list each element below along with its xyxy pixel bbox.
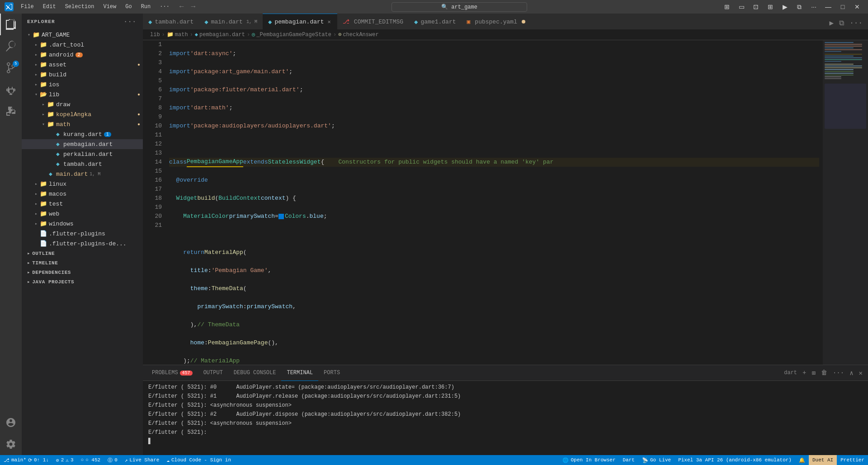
- menu-run[interactable]: Run: [137, 3, 155, 11]
- tab-output[interactable]: OUTPUT: [198, 365, 228, 381]
- tab-debug-console[interactable]: DEBUG CONSOLE: [228, 365, 282, 381]
- tree-item-label: kurang.dart: [63, 131, 102, 138]
- layout-btn-1[interactable]: ⊞: [721, 2, 733, 12]
- status-cloud-code[interactable]: ☁ Cloud Code - Sign in: [163, 455, 235, 465]
- menu-file[interactable]: File: [17, 3, 38, 11]
- global-search-box[interactable]: 🔍 art_game: [392, 2, 527, 12]
- status-no-lint[interactable]: ⓪ 0: [104, 455, 121, 465]
- split-editor-btn[interactable]: ⧉: [793, 2, 806, 12]
- sidebar: EXPLORER ··· ▾ 📁 ART_GAME ▸ 📁 .dart_tool…: [22, 14, 143, 455]
- sidebar-item-build[interactable]: ▸ 📁 build: [22, 70, 143, 80]
- split-editor-btn[interactable]: ⧉: [837, 17, 846, 29]
- status-language[interactable]: Dart: [619, 455, 638, 465]
- activity-search[interactable]: [0, 35, 22, 57]
- status-duet[interactable]: Duet AI: [809, 455, 837, 465]
- activity-source-control[interactable]: 5: [0, 57, 22, 79]
- status-open-browser[interactable]: 🌐 Open In Browser: [559, 455, 619, 465]
- sidebar-item-ios[interactable]: ▸ 📁 ios: [22, 80, 143, 89]
- layout-btn-3[interactable]: ⊡: [750, 2, 762, 12]
- tab-tambah-dart[interactable]: ◆ tambah.dart: [143, 14, 199, 29]
- menu-edit[interactable]: Edit: [39, 3, 60, 11]
- tab-pembagian-dart[interactable]: ◆ pembagian.dart ✕: [263, 14, 337, 29]
- sidebar-item-asset[interactable]: ▸ 📁 asset ●: [22, 60, 143, 70]
- status-errors[interactable]: ⊘ 2 ⚠ 3: [52, 455, 77, 465]
- outline-section[interactable]: ▸ OUTLINE: [22, 249, 143, 258]
- run-file-btn[interactable]: ▶: [828, 17, 836, 29]
- tab-close-btn[interactable]: ✕: [327, 18, 332, 26]
- breadcrumb-pembagian[interactable]: ◆pembagian.dart: [195, 31, 245, 38]
- menu-view[interactable]: View: [99, 3, 120, 11]
- activity-account[interactable]: [0, 412, 22, 433]
- dependencies-section[interactable]: ▸ DEPENDENCIES: [22, 268, 143, 277]
- sidebar-item-linux[interactable]: ▸ 📁 linux: [22, 179, 143, 189]
- tab-pubspec-yaml[interactable]: ▣ pubspec.yaml: [462, 14, 531, 29]
- menu-selection[interactable]: Selection: [61, 3, 98, 11]
- status-device[interactable]: Pixel 3a API 26 (android-x86 emulator): [675, 455, 795, 465]
- sidebar-item-test[interactable]: ▸ 📁 test: [22, 199, 143, 209]
- menu-go[interactable]: Go: [122, 3, 135, 11]
- sidebar-item-dart-tool[interactable]: ▸ 📁 .dart_tool: [22, 40, 143, 50]
- terminal-line-3: E/flutter ( 5321): <asynchronous suspens…: [148, 401, 863, 410]
- menu-more[interactable]: ···: [156, 3, 173, 11]
- timeline-section[interactable]: ▸ TIMELINE: [22, 258, 143, 268]
- activity-settings[interactable]: [0, 433, 22, 455]
- more-actions-btn[interactable]: ···: [848, 17, 864, 29]
- activity-extensions[interactable]: [0, 100, 22, 122]
- vscode-logo: [5, 2, 14, 11]
- tab-main-dart[interactable]: ◆ main.dart 1, M: [199, 14, 263, 29]
- tree-root-artgame[interactable]: ▾ 📁 ART_GAME: [22, 30, 143, 40]
- sidebar-item-windows[interactable]: ▸ 📁 windows: [22, 219, 143, 229]
- sidebar-item-tambah-dart[interactable]: ▸ ◆ tambah.dart: [22, 159, 143, 169]
- sidebar-item-pembagian-dart[interactable]: ▸ ◆ pembagian.dart: [22, 139, 143, 149]
- sidebar-item-macos[interactable]: ▸ 📁 macos: [22, 189, 143, 199]
- status-go-live[interactable]: 📡 Go Live: [638, 455, 675, 465]
- sidebar-item-lib[interactable]: ▾ 📂 lib ●: [22, 89, 143, 99]
- panel-close-btn[interactable]: ✕: [857, 367, 864, 379]
- sidebar-more-actions[interactable]: ···: [123, 17, 137, 26]
- status-branch[interactable]: ⎇ main* ⟳ 0↑ 1↓: [0, 455, 52, 465]
- tab-problems[interactable]: PROBLEMS 457: [146, 365, 198, 381]
- sidebar-item-android[interactable]: ▸ 📁 android 2: [22, 50, 143, 60]
- layout-btn-4[interactable]: ⊞: [764, 2, 777, 12]
- maximize-btn[interactable]: □: [836, 2, 849, 12]
- status-info[interactable]: ○ ○ 452: [77, 455, 104, 465]
- minimize-btn[interactable]: —: [822, 2, 835, 12]
- new-terminal-btn[interactable]: +: [801, 367, 808, 378]
- sidebar-item-flutter-plugins-de[interactable]: ▸ 📄 .flutter-plugins-de...: [22, 239, 143, 249]
- sidebar-item-perkalian-dart[interactable]: ▸ ◆ perkalian.dart: [22, 149, 143, 159]
- sidebar-item-kopelangka[interactable]: ▸ 📁 kopelAngka ●: [22, 109, 143, 119]
- activity-run-debug[interactable]: [0, 79, 22, 100]
- breadcrumb-method[interactable]: ⊙checkAnswer: [338, 31, 378, 38]
- panel-content[interactable]: E/flutter ( 5321): #0 AudioPlayer.state=…: [143, 381, 868, 455]
- layout-btn-2[interactable]: ▭: [735, 2, 748, 12]
- sidebar-item-flutter-plugins[interactable]: ▸ 📄 .flutter-plugins: [22, 229, 143, 239]
- close-btn[interactable]: ✕: [851, 2, 863, 12]
- status-prettier[interactable]: Prettier: [837, 455, 868, 465]
- kill-terminal-btn[interactable]: 🗑: [819, 367, 829, 378]
- panel-maximize-btn[interactable]: ∧: [848, 367, 855, 379]
- tab-game1-dart[interactable]: ◆ game1.dart: [409, 14, 461, 29]
- breadcrumb-math[interactable]: 📁math: [167, 31, 188, 38]
- sidebar-item-kurang-dart[interactable]: ▸ ◆ kurang.dart 1: [22, 129, 143, 139]
- tab-commit-editmsg[interactable]: ⎇ COMMIT_EDITMSG: [337, 14, 409, 29]
- tab-ports[interactable]: PORTS: [318, 365, 345, 381]
- more-actions-btn[interactable]: ···: [807, 2, 820, 12]
- run-btn[interactable]: ▶: [778, 2, 791, 12]
- nav-back[interactable]: ←: [177, 2, 187, 12]
- breadcrumb-lib[interactable]: lib: [150, 32, 160, 38]
- sidebar-item-draw[interactable]: ▸ 📁 draw: [22, 99, 143, 109]
- panel-more-btn[interactable]: ···: [831, 367, 846, 378]
- sidebar-item-web[interactable]: ▸ 📁 web: [22, 209, 143, 219]
- sidebar-item-math[interactable]: ▾ 📁 math ●: [22, 119, 143, 129]
- code-editor[interactable]: 12345 678910 1112131415 1617181920 21 im…: [143, 40, 823, 365]
- status-live-share[interactable]: ↗ Live Share: [121, 455, 163, 465]
- nav-forward[interactable]: →: [188, 2, 198, 12]
- split-terminal-btn[interactable]: ⊞: [810, 367, 817, 379]
- breadcrumb-state[interactable]: ◎_PembagianGamePageState: [252, 31, 331, 38]
- sidebar-item-main-dart[interactable]: ▸ ◆ main.dart 1, M: [22, 169, 143, 179]
- sidebar-header-actions: ···: [123, 17, 137, 26]
- tab-terminal[interactable]: TERMINAL: [281, 365, 318, 381]
- java-projects-section[interactable]: ▸ JAVA PROJECTS: [22, 277, 143, 287]
- activity-explorer[interactable]: [0, 14, 22, 35]
- status-notifications[interactable]: 🔔: [795, 455, 809, 465]
